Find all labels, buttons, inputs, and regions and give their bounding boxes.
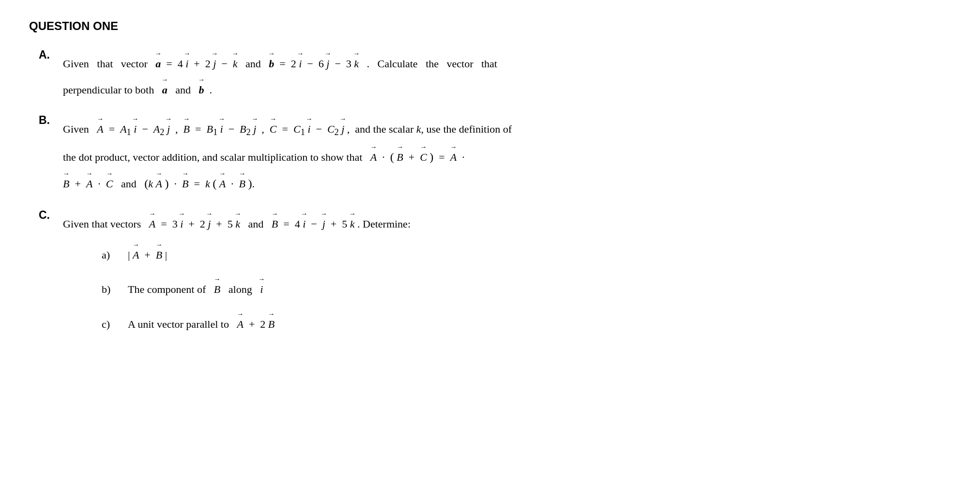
subpart-a-label: a)	[102, 245, 121, 265]
part-B-line2: the dot product, vector addition, and sc…	[63, 151, 465, 163]
part-C: C. Given that vectors → A = 3 → i + 2	[39, 208, 951, 342]
part-B-content: Given → A = A1 → i − A2 → j	[63, 113, 951, 194]
question-body: A. Given that vector → a = 4 →	[29, 47, 951, 342]
subpart-b-label: b)	[102, 280, 121, 299]
part-B-line1: Given → A = A1 → i − A2 → j	[63, 123, 512, 135]
subpart-b: b) The component of → B along → i	[102, 273, 951, 299]
part-B: B. Given → A = A1 → i − A2	[39, 113, 951, 194]
part-B-label: B.	[39, 113, 63, 127]
part-C-label: C.	[39, 208, 63, 222]
part-A: A. Given that vector → a = 4 →	[39, 47, 951, 99]
subpart-c-content: A unit vector parallel to → A + 2 → B	[128, 308, 275, 334]
part-B-line3: → B + → A · → C and (k	[63, 178, 255, 190]
subpart-a-content: | → A + → B |	[128, 239, 167, 265]
part-A-content: Given that vector → a = 4 → i + 2	[63, 47, 951, 99]
subpart-a: a) | → A + → B |	[102, 239, 951, 265]
part-C-intro: Given that vectors → A = 3 → i + 2 → j	[63, 218, 411, 230]
question-title: QUESTION ONE	[29, 19, 951, 33]
part-A-label: A.	[39, 47, 63, 61]
subpart-c: c) A unit vector parallel to → A + 2 → B	[102, 308, 951, 334]
part-A-text: Given that vector → a = 4 → i + 2	[63, 58, 497, 70]
subpart-c-label: c)	[102, 315, 121, 334]
part-C-content: Given that vectors → A = 3 → i + 2 → j	[63, 208, 951, 342]
part-C-subparts: a) | → A + → B |	[63, 239, 951, 334]
page-container: QUESTION ONE A. Given that vector → a	[29, 19, 951, 342]
subpart-b-content: The component of → B along → i	[128, 273, 263, 299]
part-A-line2: perpendicular to both → a and → b .	[63, 84, 212, 96]
